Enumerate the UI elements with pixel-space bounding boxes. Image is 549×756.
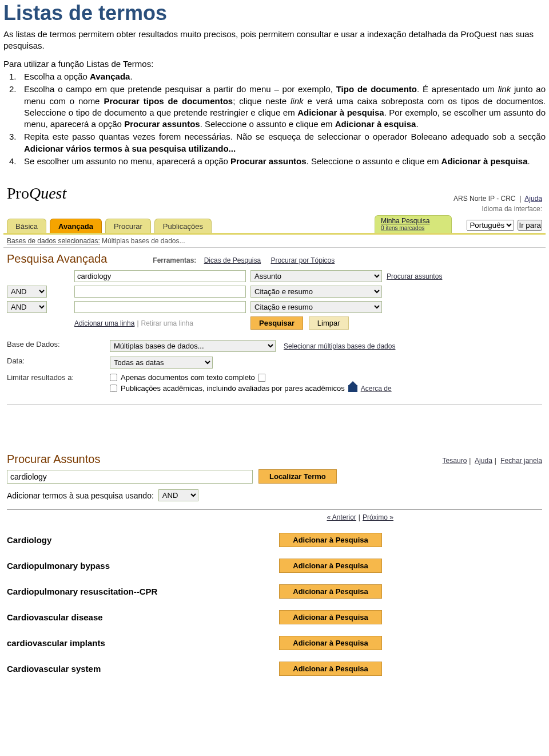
lang-label: Idioma da interface: [482, 205, 542, 213]
list-item: cardiovascular implants Adicionar à Pesq… [7, 630, 542, 656]
step-3: 3. Repita este passo quantas vezes forem… [24, 131, 546, 155]
go-button[interactable]: Ir para [518, 220, 542, 231]
clear-button[interactable]: Limpar [309, 316, 349, 330]
search-grid: Assunto Procurar assuntos AND Citação e … [7, 270, 542, 330]
tools-label: Ferramentas: [153, 256, 196, 264]
field-select-1[interactable]: Assunto [250, 270, 382, 282]
page-title: Listas de termos [3, 1, 546, 25]
lookup-divider [7, 509, 542, 510]
lookup-term-input[interactable] [7, 470, 253, 484]
add-to-search-button[interactable]: Adicionar à Pesquisa [279, 533, 382, 547]
field-select-2[interactable]: Citação e resumo [250, 286, 382, 298]
lead-line: Para utilizar a função Listas de Termos: [3, 59, 546, 69]
list-item: Cardiopulmonary bypass Adicionar à Pesqu… [7, 553, 542, 579]
db-bar: Bases de dados selecionadas: Múltiplas b… [3, 235, 546, 248]
step-4: 4. Se escolher um assunto no menu, apare… [24, 156, 546, 167]
add-operator-select[interactable]: AND [158, 489, 198, 501]
list-item: Cardiology Adicionar à Pesquisa [7, 527, 542, 553]
search-topics-link[interactable]: Procurar por Tópicos [270, 256, 335, 264]
graduation-cap-icon [348, 385, 357, 392]
proquest-panel: ProQuest ARS Norte IP - CRC | Ajuda . Id… [3, 184, 546, 407]
help-link[interactable]: Ajuda [524, 195, 542, 203]
search-tips-link[interactable]: Dicas de Pesquisa [204, 256, 261, 264]
tab-publicacoes[interactable]: Publicações [154, 219, 212, 233]
select-multiple-db-link[interactable]: Selecionar múltiplas bases de dados [284, 342, 395, 350]
subject-term: cardiovascular implants [7, 638, 279, 648]
term-input-1[interactable] [74, 270, 246, 282]
search-button[interactable]: Pesquisar [250, 316, 303, 330]
advanced-search-heading: Pesquisa Avançada [7, 252, 107, 266]
add-using-row: Adicionar termos à sua pesquisa usando: … [7, 489, 542, 501]
subject-list: Cardiology Adicionar à Pesquisa Cardiopu… [7, 527, 542, 682]
tab-procurar[interactable]: Procurar [105, 219, 151, 233]
subject-term: Cardiopulmonary resuscitation--CPR [7, 587, 279, 596]
add-to-search-button[interactable]: Adicionar à Pesquisa [279, 559, 382, 573]
tab-avancada[interactable]: Avançada [50, 219, 102, 233]
thesaurus-link[interactable]: Tesauro [443, 457, 467, 465]
term-input-3[interactable] [74, 301, 246, 313]
language-select[interactable]: Português [467, 220, 514, 231]
top-links: ARS Norte IP - CRC | Ajuda [453, 195, 542, 203]
db-select[interactable]: Múltiplas bases de dados... [110, 340, 276, 352]
lookup-subjects-panel: Procurar Assuntos Tesauro| Ajuda| Fechar… [3, 453, 546, 682]
date-label: Data: [7, 357, 98, 369]
subject-term: Cardiovascular system [7, 664, 279, 674]
filters: Base de Dados: Múltiplas bases de dados.… [7, 340, 542, 395]
limit-label: Limitar resultados a: [7, 373, 98, 395]
lookup-subjects-link[interactable]: Procurar assuntos [387, 272, 501, 280]
list-item: Cardiopulmonary resuscitation--CPR Adici… [7, 579, 542, 604]
row-links: Adicionar uma linha|Retirar uma linha [74, 319, 246, 327]
add-row-link[interactable]: Adicionar uma linha [74, 319, 134, 327]
lookup-help-link[interactable]: Ajuda [475, 457, 492, 465]
prev-link[interactable]: « Anterior [327, 513, 356, 521]
date-select[interactable]: Todas as datas [110, 357, 213, 369]
list-item: Cardiovascular system Adicionar à Pesqui… [7, 656, 542, 682]
fulltext-checkbox[interactable] [110, 374, 117, 381]
add-to-search-button[interactable]: Adicionar à Pesquisa [279, 662, 382, 676]
field-select-3[interactable]: Citação e resumo [250, 301, 382, 313]
my-research-tab[interactable]: Minha Pesquisa 0 itens marcados [375, 215, 452, 233]
add-to-search-button[interactable]: Adicionar à Pesquisa [279, 584, 382, 599]
step-2: 2. Escolha o campo em que pretende pesqu… [24, 84, 546, 130]
about-link[interactable]: Acerca de [361, 385, 392, 393]
tab-basica[interactable]: Básica [7, 219, 46, 233]
db-label: Base de Dados: [7, 340, 98, 352]
list-item: Cardiovascular disease Adicionar à Pesqu… [7, 604, 542, 630]
subject-term: Cardiovascular disease [7, 612, 279, 622]
term-input-2[interactable] [74, 286, 246, 298]
db-selected-link[interactable]: Bases de dados selecionadas: [7, 237, 100, 245]
scholarly-label: Publicações acadêmicas, incluindo avalia… [121, 384, 345, 393]
scholarly-checkbox[interactable] [110, 385, 117, 392]
add-using-label: Adicionar termos à sua pesquisa usando: [7, 491, 154, 500]
step-1: 1. Escolha a opção Avançada. [24, 71, 546, 82]
remove-row-link: Retirar uma linha [141, 319, 193, 327]
document-icon [258, 374, 265, 382]
lookup-links: Tesauro| Ajuda| Fechar janela [443, 457, 542, 465]
operator-select-1[interactable]: AND [7, 286, 47, 298]
lookup-heading: Procurar Assuntos [7, 453, 100, 466]
tab-bar: Básica Avançada Procurar Publicações Min… [3, 215, 546, 235]
add-to-search-button[interactable]: Adicionar à Pesquisa [279, 636, 382, 650]
proquest-logo: ProQuest [7, 184, 66, 203]
tools-row: Ferramentas: Dicas de Pesquisa Procurar … [153, 256, 343, 264]
operator-select-2[interactable]: AND [7, 301, 47, 313]
subject-term: Cardiopulmonary bypass [7, 561, 279, 571]
org-name: ARS Norte IP - CRC [453, 195, 515, 203]
divider [7, 404, 542, 405]
fulltext-label: Apenas documentos com texto completo [121, 373, 255, 382]
pager: « Anterior|Próximo » [7, 513, 542, 521]
find-term-button[interactable]: Localizar Termo [258, 469, 337, 484]
subject-term: Cardiology [7, 535, 279, 545]
close-window-link[interactable]: Fechar janela [500, 457, 542, 465]
steps-list: 1. Escolha a opção Avançada. 2. Escolha … [3, 71, 546, 167]
add-to-search-button[interactable]: Adicionar à Pesquisa [279, 610, 382, 624]
my-research-count: 0 itens marcados [381, 225, 429, 231]
next-link[interactable]: Próximo » [363, 513, 393, 521]
my-research-title: Minha Pesquisa [381, 217, 429, 225]
intro-paragraph: As listas de termos permitem obter resul… [3, 29, 546, 51]
